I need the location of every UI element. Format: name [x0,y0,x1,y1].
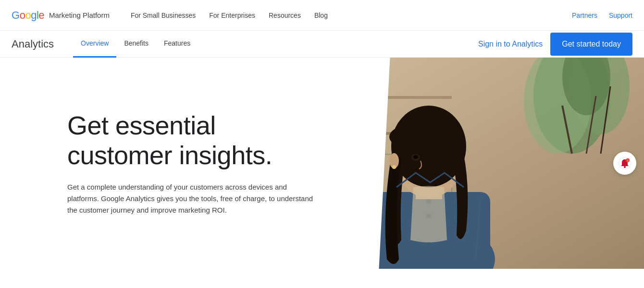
logo-letter-o2: o [25,9,31,22]
sub-navigation: Analytics Overview Benefits Features Sig… [0,31,644,58]
svg-point-33 [624,166,626,168]
nav-link-enterprises[interactable]: For Enterprises [203,8,261,23]
logo-letter-e: e [38,9,44,22]
analytics-title: Analytics [12,38,54,50]
partners-link[interactable]: Partners [572,12,597,19]
sub-nav-features[interactable]: Features [156,31,198,58]
logo-letter-g2: g [31,9,37,22]
hero-content: Get essential customer insights. Get a c… [0,58,365,269]
nav-link-resources[interactable]: Resources [263,8,307,23]
hero-section: Get essential customer insights. Get a c… [0,58,644,269]
sub-nav-right: Sign in to Analytics Get started today [478,33,632,56]
notification-bell-icon: ! [618,156,632,170]
logo-letter-o1: o [20,9,25,22]
support-link[interactable]: Support [609,12,632,19]
platform-name: Marketing Platform [49,11,110,19]
svg-point-23 [389,122,457,151]
sub-nav-overview[interactable]: Overview [73,31,116,58]
google-logo: Google [12,9,44,22]
sub-nav-links: Overview Benefits Features [73,31,478,58]
nav-link-blog[interactable]: Blog [309,8,334,23]
svg-point-25 [413,155,418,159]
top-nav-links: For Small Businesses For Enterprises Res… [125,8,572,23]
svg-point-27 [392,165,396,169]
get-started-button[interactable]: Get started today [550,33,632,56]
logo-letter-g: G [12,9,20,22]
hero-description: Get a complete understanding of your cus… [67,181,317,216]
top-nav-right: Partners Support [572,12,632,19]
sub-nav-benefits[interactable]: Benefits [116,31,156,58]
logo-area[interactable]: Google Marketing Platform [12,9,110,22]
hero-heading: Get essential customer insights. [67,110,327,170]
nav-link-small-biz[interactable]: For Small Businesses [125,8,201,23]
top-navigation: Google Marketing Platform For Small Busi… [0,0,644,31]
sign-in-link[interactable]: Sign in to Analytics [478,40,543,48]
notification-badge[interactable]: ! [613,152,636,175]
